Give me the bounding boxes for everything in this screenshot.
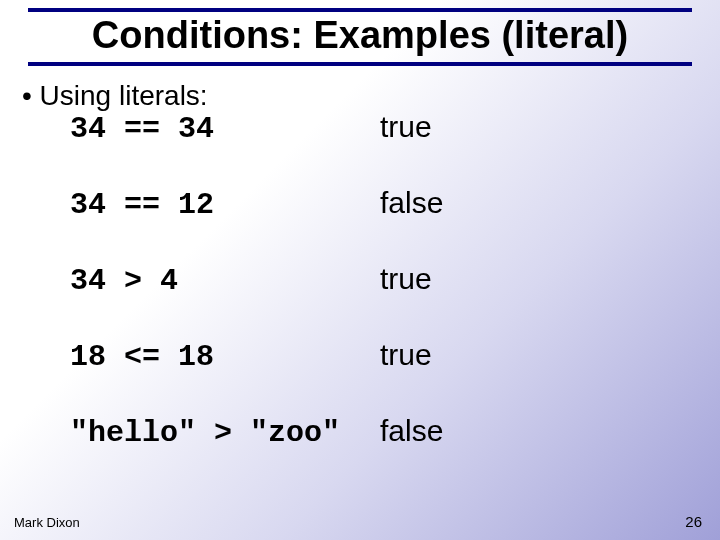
examples-list: 34 == 34 true 34 == 12 false 34 > 4 true… xyxy=(70,110,680,490)
example-result: false xyxy=(380,186,443,220)
example-result: false xyxy=(380,414,443,448)
example-row: 34 > 4 true xyxy=(70,262,680,298)
example-expression: "hello" > "zoo" xyxy=(70,416,380,450)
example-expression: 34 == 12 xyxy=(70,188,380,222)
example-row: 18 <= 18 true xyxy=(70,338,680,374)
footer-page-number: 26 xyxy=(685,513,702,530)
example-expression: 34 > 4 xyxy=(70,264,380,298)
example-row: 34 == 34 true xyxy=(70,110,680,146)
example-expression: 18 <= 18 xyxy=(70,340,380,374)
example-row: 34 == 12 false xyxy=(70,186,680,222)
slide-title: Conditions: Examples (literal) xyxy=(0,14,720,57)
bullet-intro: • Using literals: xyxy=(22,80,208,112)
example-result: true xyxy=(380,338,432,372)
example-result: true xyxy=(380,262,432,296)
example-result: true xyxy=(380,110,432,144)
top-divider xyxy=(28,8,692,12)
footer-author: Mark Dixon xyxy=(14,515,80,530)
example-row: "hello" > "zoo" false xyxy=(70,414,680,450)
title-underline xyxy=(28,62,692,66)
slide: Conditions: Examples (literal) • Using l… xyxy=(0,0,720,540)
example-expression: 34 == 34 xyxy=(70,112,380,146)
